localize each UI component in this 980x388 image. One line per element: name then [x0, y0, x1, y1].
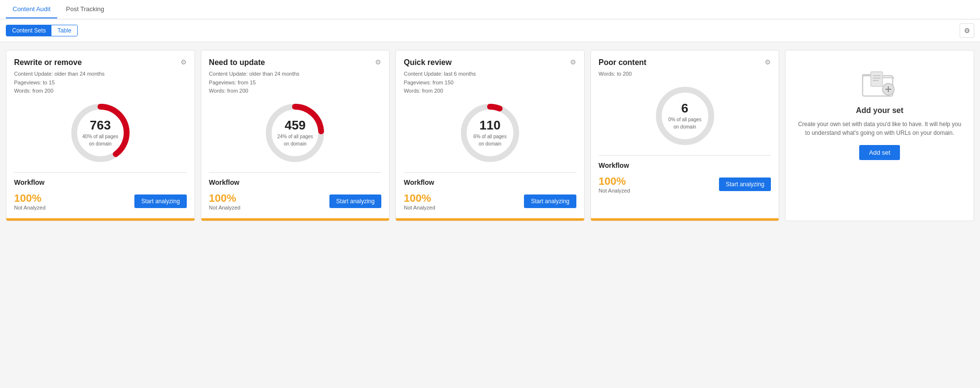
card-meta-line: Words: to 200 [599, 70, 771, 79]
card-title: Rewrite or remove [14, 58, 82, 67]
card-need-to-update: Need to update Content Update: older tha… [201, 50, 390, 221]
add-set-content: Add your set Create your own set with da… [785, 50, 974, 175]
card-meta-line: Pageviews: from 150 [404, 79, 576, 87]
card-settings-icon[interactable] [570, 58, 576, 66]
top-nav: Content Audit Post Tracking [0, 0, 980, 19]
card-meta: Content Update: last 6 monthsPageviews: … [404, 70, 576, 96]
card-rewrite-or-remove: Rewrite or remove Content Update: older … [6, 50, 195, 221]
workflow-row: 100% Not Analyzed Start analyzing [209, 192, 382, 210]
workflow-row: 100% Not Analyzed Start analyzing [404, 192, 576, 210]
card-title: Quick review [404, 58, 452, 67]
cards-container: Rewrite or remove Content Update: older … [0, 42, 980, 229]
donut-chart-need-to-update [263, 101, 327, 164]
card-meta: Content Update: older than 24 monthsPage… [209, 70, 382, 96]
card-meta-line: Content Update: older than 24 months [209, 70, 382, 79]
card-title: Poor content [599, 58, 647, 67]
donut-wrap: 763 40% of all pageson domain [14, 101, 187, 164]
workflow-row: 100% Not Analyzed Start analyzing [14, 192, 187, 210]
add-icon-wrap [860, 65, 899, 100]
card-meta-line: Words: from 200 [404, 87, 576, 96]
svg-rect-8 [871, 72, 882, 86]
workflow-title: Workflow [209, 178, 382, 186]
add-set-description: Create your own set with data you'd like… [797, 120, 962, 137]
tab-content-audit[interactable]: Content Audit [6, 0, 57, 18]
card-divider [209, 172, 382, 173]
card-poor-content: Poor content Words: to 200 6 0% of all p… [590, 50, 780, 221]
card-divider [599, 155, 771, 156]
card-title: Need to update [209, 58, 265, 67]
card-bottom-bar [591, 218, 779, 221]
percent-sub: Not Analyzed [209, 205, 241, 210]
add-set-button[interactable]: Add set [859, 145, 900, 160]
sub-toolbar: Content Sets Table ⚙ [0, 19, 980, 42]
card-settings-icon[interactable] [765, 58, 771, 66]
tab-post-tracking[interactable]: Post Tracking [59, 0, 111, 18]
view-btn-content-sets[interactable]: Content Sets [6, 25, 51, 36]
settings-button[interactable]: ⚙ [960, 23, 974, 38]
card-add-set: Add your set Create your own set with da… [785, 50, 974, 221]
percent-block: 100% Not Analyzed [599, 175, 630, 194]
view-btn-table[interactable]: Table [51, 25, 77, 36]
donut-chart-poor-content [653, 84, 717, 147]
percent-block: 100% Not Analyzed [404, 192, 435, 210]
card-meta-line: Content Update: older than 24 months [14, 70, 187, 79]
workflow-title: Workflow [14, 178, 187, 186]
percent-sub: Not Analyzed [14, 205, 46, 210]
percent-value: 100% [404, 192, 435, 205]
percent-block: 100% Not Analyzed [14, 192, 46, 210]
donut-wrap: 459 24% of all pageson domain [209, 101, 382, 164]
card-divider [404, 172, 576, 173]
workflow-title: Workflow [404, 178, 576, 186]
percent-block: 100% Not Analyzed [209, 192, 241, 210]
card-meta: Words: to 200 [599, 70, 771, 79]
start-analyzing-button[interactable]: Start analyzing [329, 194, 381, 208]
card-divider [14, 172, 187, 173]
card-meta-line: Content Update: last 6 months [404, 70, 576, 79]
donut-wrap: 110 6% of all pageson domain [404, 101, 576, 164]
svg-point-6 [659, 90, 711, 142]
percent-value: 100% [599, 175, 630, 188]
percent-value: 100% [209, 192, 241, 205]
card-settings-icon[interactable] [375, 58, 381, 66]
card-quick-review: Quick review Content Update: last 6 mont… [395, 50, 585, 221]
card-meta-line: Words: from 200 [209, 87, 382, 96]
card-meta-line: Pageviews: from 15 [209, 79, 382, 87]
donut-chart-quick-review [458, 101, 522, 164]
card-settings-icon[interactable] [180, 58, 187, 66]
card-meta: Content Update: older than 24 monthsPage… [14, 70, 187, 96]
percent-value: 100% [14, 192, 46, 205]
add-set-title: Add your set [856, 106, 903, 115]
card-bottom-bar [201, 218, 390, 221]
donut-wrap: 6 0% of all pageson domain [599, 84, 771, 147]
folder-plus-icon [860, 65, 899, 99]
view-toggle: Content Sets Table [6, 25, 78, 36]
start-analyzing-button[interactable]: Start analyzing [524, 194, 576, 208]
card-meta-line: Pageviews: to 15 [14, 79, 187, 87]
start-analyzing-button[interactable]: Start analyzing [719, 178, 771, 191]
card-bottom-bar [396, 218, 584, 221]
percent-sub: Not Analyzed [404, 205, 435, 210]
donut-chart-rewrite-or-remove [69, 101, 132, 164]
card-bottom-bar [6, 218, 195, 221]
card-meta-line: Words: from 200 [14, 87, 187, 96]
workflow-row: 100% Not Analyzed Start analyzing [599, 175, 771, 194]
svg-point-4 [464, 107, 516, 159]
percent-sub: Not Analyzed [599, 188, 630, 194]
workflow-title: Workflow [599, 162, 771, 169]
start-analyzing-button[interactable]: Start analyzing [134, 194, 186, 208]
